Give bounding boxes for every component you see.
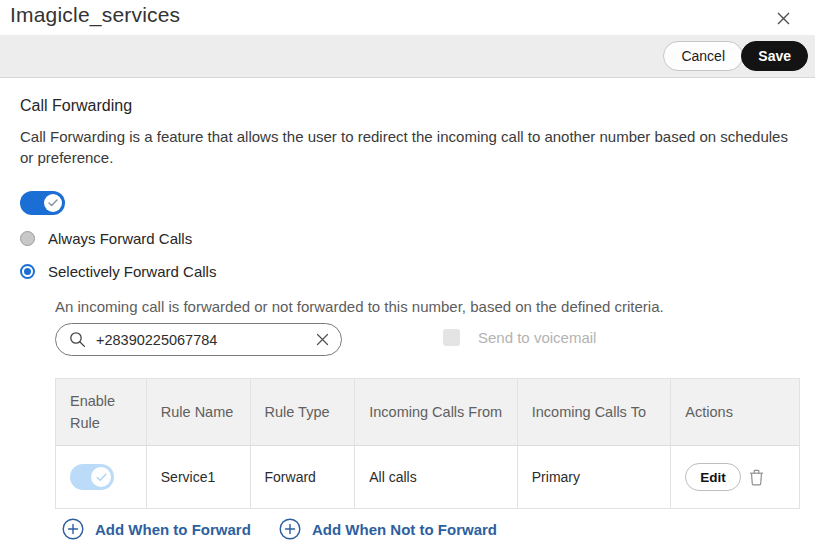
cell-actions: Edit xyxy=(671,446,799,508)
edit-rule-button[interactable]: Edit xyxy=(685,463,741,491)
cell-rule-name: Service1 xyxy=(147,446,251,508)
cell-incoming-calls-to: Primary xyxy=(518,446,672,508)
toggle-knob xyxy=(44,194,62,212)
section-description: Call Forwarding is a feature that allows… xyxy=(20,126,798,168)
radio-label: Always Forward Calls xyxy=(48,230,192,247)
delete-rule-button[interactable] xyxy=(749,469,764,486)
cell-enable-rule xyxy=(56,446,147,508)
header-rule-name: Rule Name xyxy=(147,379,251,445)
trash-icon xyxy=(749,469,764,486)
radio-icon-unselected xyxy=(20,231,35,246)
add-link-label: Add When Not to Forward xyxy=(312,521,497,538)
close-icon xyxy=(776,11,791,26)
radio-icon-selected xyxy=(20,264,35,279)
search-icon xyxy=(69,331,86,348)
cell-rule-type: Forward xyxy=(251,446,356,508)
add-link-label: Add When to Forward xyxy=(95,521,251,538)
voicemail-label: Send to voicemail xyxy=(478,329,596,346)
checkmark-icon xyxy=(48,199,58,207)
forward-rules-table: Enable Rule Rule Name Rule Type Incoming… xyxy=(55,378,800,509)
section-title: Call Forwarding xyxy=(20,97,132,115)
plus-circle-icon xyxy=(62,518,84,540)
radio-label: Selectively Forward Calls xyxy=(48,263,216,280)
page-title: Imagicle_services xyxy=(10,3,180,27)
selective-forward-hint: An incoming call is forwarded or not for… xyxy=(55,298,664,315)
cell-incoming-calls-from: All calls xyxy=(355,446,518,508)
header-enable-rule: Enable Rule xyxy=(56,379,147,445)
voicemail-checkbox xyxy=(443,329,460,346)
clear-input-button[interactable] xyxy=(316,333,329,346)
add-when-to-forward-link[interactable]: Add When to Forward xyxy=(62,518,251,540)
close-button[interactable] xyxy=(773,8,793,28)
header-incoming-calls-to: Incoming Calls To xyxy=(518,379,672,445)
radio-always-forward[interactable]: Always Forward Calls xyxy=(20,230,192,247)
action-toolbar: Cancel Save xyxy=(0,35,815,78)
radio-selectively-forward[interactable]: Selectively Forward Calls xyxy=(20,263,216,280)
save-button[interactable]: Save xyxy=(741,41,808,71)
add-when-not-to-forward-link[interactable]: Add When Not to Forward xyxy=(279,518,497,540)
toggle-knob xyxy=(91,467,111,487)
rule-enable-toggle[interactable] xyxy=(70,464,114,490)
header-incoming-calls-from: Incoming Calls From xyxy=(355,379,518,445)
checkmark-icon xyxy=(96,473,107,482)
table-row: Service1 Forward All calls Primary Edit xyxy=(56,446,799,508)
table-header-row: Enable Rule Rule Name Rule Type Incoming… xyxy=(56,379,799,446)
send-to-voicemail-option: Send to voicemail xyxy=(443,329,596,346)
forward-number-input[interactable] xyxy=(96,332,316,348)
header-actions: Actions xyxy=(671,379,799,445)
number-search-field[interactable] xyxy=(55,323,342,356)
header-rule-type: Rule Type xyxy=(251,379,356,445)
cancel-button[interactable]: Cancel xyxy=(663,41,743,71)
call-forwarding-toggle[interactable] xyxy=(20,191,65,215)
clear-icon xyxy=(316,333,329,346)
plus-circle-icon xyxy=(279,518,301,540)
